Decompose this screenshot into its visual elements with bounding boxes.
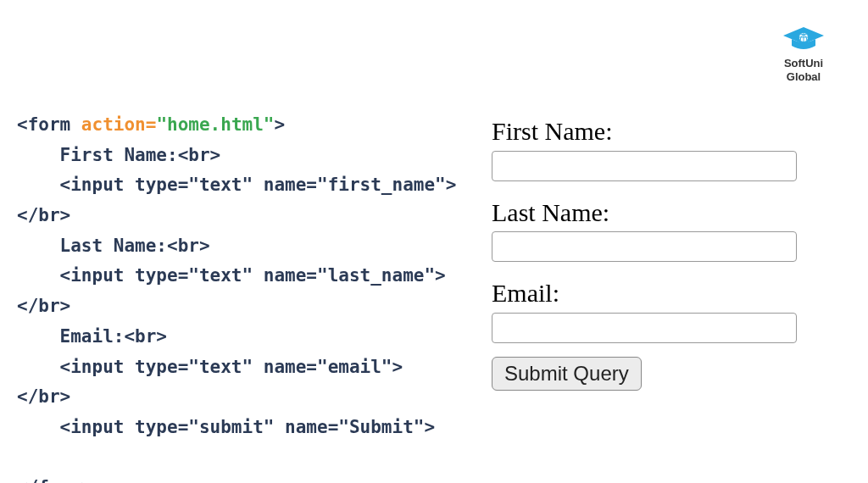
code-snippet: <form action="home.html"> First Name:<br… (17, 110, 449, 483)
code-line-5: Last Name:<br> (17, 236, 210, 256)
first-name-label: First Name: (492, 115, 814, 147)
rendered-form: First Name: Last Name: Email: Submit Que… (492, 110, 814, 391)
graduation-cap-icon (782, 25, 826, 56)
code-line-4: </br> (17, 205, 70, 225)
last-name-input[interactable] (492, 231, 797, 262)
code-line-1: <form action="home.html"> (17, 114, 285, 135)
code-line-7: </br> (17, 296, 70, 316)
submit-button[interactable]: Submit Query (492, 357, 642, 391)
last-name-label: Last Name: (492, 197, 814, 229)
code-line-13: </form> (17, 477, 92, 483)
code-line-11: <input type="submit" name="Submit"> (17, 417, 435, 437)
email-label: Email: (492, 277, 814, 309)
code-line-8: Email:<br> (17, 326, 167, 347)
logo-text-line1: SoftUni (782, 58, 826, 69)
first-name-input[interactable] (492, 151, 797, 181)
code-line-3: <input type="text" name="first_name"> (17, 175, 456, 195)
code-line-2: First Name:<br> (17, 145, 220, 165)
code-line-9: <input type="text" name="email"> (17, 357, 403, 377)
logo-text-line2: Global (782, 71, 826, 83)
logo: SoftUni Global (782, 25, 826, 84)
code-line-6: <input type="text" name="last_name"> (17, 265, 446, 286)
code-line-10: </br> (17, 386, 70, 407)
email-input[interactable] (492, 313, 797, 343)
